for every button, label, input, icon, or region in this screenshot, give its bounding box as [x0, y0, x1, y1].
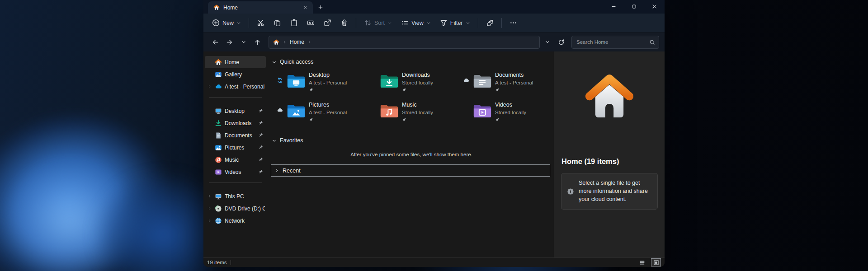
address-dropdown-button[interactable] — [541, 36, 554, 49]
pin-icon — [258, 157, 265, 162]
tab-home[interactable]: Home — [208, 1, 313, 14]
share-button[interactable] — [320, 16, 335, 29]
more-options-button[interactable] — [505, 16, 521, 29]
search-input[interactable] — [576, 39, 649, 45]
details-view-button[interactable] — [637, 258, 647, 266]
breadcrumb[interactable]: Home — [269, 36, 540, 49]
refresh-button[interactable] — [555, 36, 568, 49]
status-bar: 19 items — [203, 257, 665, 267]
new-tab-button[interactable] — [315, 1, 326, 13]
breadcrumb-location[interactable]: Home — [290, 39, 304, 45]
sidebar-item-documents[interactable]: Documents — [205, 129, 266, 141]
preview-area — [554, 51, 665, 145]
thumbnail-view-button[interactable] — [651, 258, 661, 266]
section-header-recent[interactable]: Recent — [271, 164, 550, 177]
chevron-right-icon[interactable] — [207, 84, 212, 89]
sidebar-item-home[interactable]: Home — [205, 56, 266, 68]
section-header-favorites[interactable]: Favorites — [271, 136, 552, 145]
close-button[interactable] — [644, 0, 665, 13]
paste-button[interactable] — [286, 16, 302, 29]
pin-icon — [258, 145, 265, 150]
sidebar-item-videos[interactable]: Videos — [205, 166, 266, 178]
minimize-button[interactable] — [604, 0, 624, 13]
cut-button[interactable] — [253, 16, 269, 29]
info-text: Select a single file to get more informa… — [579, 179, 648, 203]
quick-access-tile-documents[interactable]: DocumentsA test - Personal — [462, 70, 556, 97]
chevron-right-icon[interactable] — [207, 219, 212, 223]
sidebar-item-label: Desktop — [225, 108, 256, 114]
quick-access-tile-videos[interactable]: VideosStored locally — [462, 100, 556, 126]
tile-name: Pictures — [309, 102, 347, 109]
sidebar-item-desktop[interactable]: Desktop — [205, 105, 266, 117]
shell-extension-button[interactable] — [482, 16, 498, 29]
paste-icon — [290, 19, 298, 27]
chevron-right-icon[interactable] — [207, 194, 212, 198]
badge-spacer — [369, 70, 377, 77]
chevron-right-icon — [307, 40, 311, 44]
maximize-button[interactable] — [624, 0, 644, 13]
sidebar-item-pictures[interactable]: Pictures — [205, 141, 266, 154]
rename-button[interactable] — [303, 16, 319, 29]
chevron-right-icon[interactable] — [207, 206, 212, 210]
share-icon — [324, 19, 331, 27]
sidebar-item-label: Network — [225, 218, 265, 224]
section-header-quick-access[interactable]: Quick access — [271, 57, 552, 67]
sidebar-item-label: Gallery — [225, 71, 265, 78]
folder-documents-icon — [472, 73, 492, 89]
toolbar-divider — [501, 18, 502, 28]
quick-access-tile-pictures[interactable]: PicturesA test - Personal — [276, 100, 369, 126]
toolbar-divider — [478, 18, 478, 28]
sort-icon — [364, 19, 372, 27]
forward-button[interactable] — [223, 36, 236, 49]
sidebar-divider — [209, 97, 262, 98]
info-icon — [567, 188, 574, 195]
sidebar-item-label: Documents — [225, 132, 256, 139]
pin-icon — [258, 169, 265, 174]
chevron-down-icon — [272, 138, 277, 143]
item-count: 19 items — [207, 260, 226, 265]
details-pane: Home (19 items) Select a single file to … — [554, 51, 665, 257]
quick-access-tile-desktop[interactable]: DesktopA test - Personal — [276, 70, 369, 97]
sidebar-item-label: Downloads — [225, 120, 256, 126]
tile-subtitle: Stored locally — [402, 109, 433, 116]
ellipsis-icon — [509, 19, 517, 27]
filter-icon — [440, 19, 448, 27]
quick-access-tile-music[interactable]: MusicStored locally — [369, 100, 462, 126]
folder-desktop-icon — [286, 73, 306, 89]
new-button[interactable]: New — [208, 16, 245, 29]
sidebar-item-this-pc[interactable]: This PC — [205, 190, 266, 202]
pin-icon — [258, 133, 265, 138]
gallery-icon — [215, 71, 222, 78]
search-icon — [649, 39, 655, 45]
tile-name: Downloads — [402, 72, 433, 79]
tab-close-icon[interactable] — [301, 4, 309, 12]
favorites-empty-text: After you've pinned some files, we'll sh… — [271, 152, 552, 157]
sidebar-item-label: A test - Personal — [225, 84, 265, 90]
sidebar-item-downloads[interactable]: Downloads — [205, 117, 266, 129]
home-icon-large — [583, 73, 636, 124]
delete-button[interactable] — [336, 16, 352, 29]
recent-locations-button[interactable] — [237, 36, 250, 49]
toolbar-button-label: New — [222, 20, 234, 26]
chevron-down-icon — [387, 21, 392, 25]
pin-icon — [495, 117, 526, 122]
cloud-icon — [462, 70, 470, 84]
view-button[interactable]: View — [397, 16, 435, 29]
badge-spacer — [462, 100, 470, 107]
sidebar-item-dvd-drive-d-ccc[interactable]: DVD Drive (D:) CCC — [205, 202, 266, 215]
filter-button[interactable]: Filter — [436, 16, 474, 29]
tile-subtitle: A test - Personal — [309, 79, 347, 86]
pin-icon — [309, 117, 347, 122]
back-button[interactable] — [209, 36, 222, 49]
fan-icon — [486, 19, 494, 27]
up-button[interactable] — [251, 36, 264, 49]
chevron-right-icon — [283, 40, 287, 44]
quick-access-tile-downloads[interactable]: DownloadsStored locally — [369, 70, 462, 97]
sidebar-item-gallery[interactable]: Gallery — [205, 68, 266, 80]
badge-spacer — [369, 100, 377, 107]
copy-button[interactable] — [269, 16, 285, 29]
sidebar-item-music[interactable]: Music — [205, 154, 266, 166]
sidebar-item-label: Home — [225, 59, 265, 65]
sidebar-item-a-test-personal[interactable]: A test - Personal — [205, 80, 266, 93]
sidebar-item-network[interactable]: Network — [205, 215, 266, 227]
